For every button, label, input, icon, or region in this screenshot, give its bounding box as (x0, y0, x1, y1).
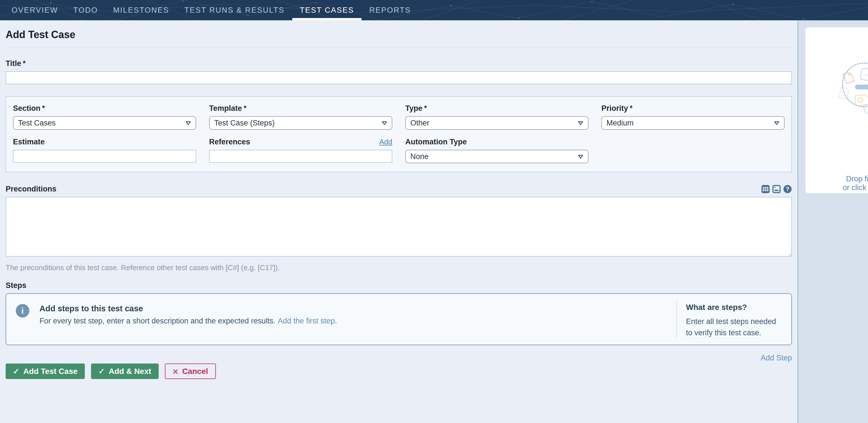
template-field: Template* Test Case (Steps) (209, 104, 392, 130)
chevron-down-icon (381, 121, 387, 125)
chevron-down-icon (578, 154, 583, 159)
references-label: References (209, 138, 250, 146)
chevron-down-icon (578, 121, 583, 125)
code-file-icon: </> (860, 67, 868, 82)
steps-info-body-suffix: . (335, 317, 337, 325)
svg-text:i: i (860, 98, 861, 102)
section-select[interactable]: Test Cases (13, 116, 196, 130)
required-asterisk: * (23, 59, 26, 67)
template-select-value: Test Case (Steps) (214, 119, 275, 127)
gray-file-icon (838, 86, 850, 100)
steps-info-body-text: For every test step, enter a short descr… (39, 317, 275, 325)
check-icon: ✓ (13, 367, 20, 376)
orange-file-icon (841, 70, 856, 85)
estimate-input[interactable] (13, 150, 196, 163)
what-are-steps-title: What are steps? (686, 303, 792, 312)
add-test-case-button[interactable]: ✓ Add Test Case (6, 363, 85, 379)
add-and-next-button-label: Add & Next (109, 367, 151, 376)
tab-reports[interactable]: REPORTS (362, 0, 418, 20)
tab-overview[interactable]: OVERVIEW (4, 0, 66, 20)
add-and-next-button[interactable]: ✓ Add & Next (91, 363, 159, 379)
add-first-step-link[interactable]: Add the first step (278, 317, 335, 325)
title-input[interactable] (6, 71, 792, 84)
file-dropzone[interactable]: </> i Drop fil (805, 27, 868, 193)
table-icon[interactable] (761, 185, 770, 193)
title-label: Title* (6, 59, 26, 68)
cancel-button-label: Cancel (182, 367, 208, 376)
page-title: Add Test Case (6, 29, 792, 40)
dropzone-line2: or click on ' (843, 183, 868, 192)
estimate-field: Estimate (13, 138, 196, 163)
priority-select[interactable]: Medium (601, 116, 784, 130)
type-label: Type* (405, 104, 588, 113)
preconditions-textarea[interactable] (6, 197, 792, 256)
section-field: Section* Test Cases (13, 104, 196, 130)
main-content: Add Test Case Title* Section* Test Cases (0, 20, 798, 423)
automation-type-label: Automation Type (405, 138, 588, 146)
svg-text:?: ? (786, 186, 789, 192)
dropzone-bar (855, 85, 868, 89)
references-input[interactable] (209, 150, 392, 163)
priority-label: Priority* (601, 104, 784, 113)
template-label: Template* (209, 104, 392, 113)
what-are-steps-body: Enter all test steps needed to verify th… (686, 316, 779, 338)
tab-milestones-label: MILESTONES (113, 6, 169, 15)
type-select[interactable]: Other (405, 116, 588, 130)
add-test-case-button-label: Add Test Case (23, 367, 78, 376)
svg-text:</>: </> (864, 72, 868, 79)
image-icon[interactable] (772, 185, 781, 193)
what-are-steps-panel: What are steps? Enter all test steps nee… (676, 300, 792, 338)
page-header: Add Test Case (6, 20, 792, 48)
automation-type-select-value: None (410, 152, 429, 161)
help-icon[interactable]: ? (783, 185, 792, 193)
steps-info-box: i Add steps to this test case For every … (6, 293, 792, 345)
steps-label: Steps (6, 281, 792, 290)
tab-test-cases[interactable]: TEST CASES (292, 0, 362, 20)
required-asterisk: * (630, 104, 633, 112)
preconditions-label: Preconditions (6, 185, 56, 193)
priority-field: Priority* Medium (601, 104, 784, 130)
priority-label-text: Priority (601, 104, 628, 113)
preconditions-help-text: The preconditions of this test case. Ref… (6, 263, 792, 272)
close-icon: × (173, 367, 178, 376)
type-label-text: Type (405, 104, 423, 113)
template-select[interactable]: Test Case (Steps) (209, 116, 392, 130)
tab-test-runs-results[interactable]: TEST RUNS & RESULTS (177, 0, 292, 20)
tab-test-runs-results-label: TEST RUNS & RESULTS (184, 6, 285, 15)
chevron-down-icon (185, 121, 191, 125)
info-icon: i (16, 304, 29, 318)
tab-test-cases-label: TEST CASES (300, 6, 354, 15)
tab-overview-label: OVERVIEW (11, 6, 58, 15)
section-label-text: Section (13, 104, 40, 113)
type-field: Type* Other (405, 104, 588, 130)
steps-info-title: Add steps to this test case (39, 304, 337, 313)
attachments-sidebar: </> i Drop fil (798, 20, 868, 423)
dropzone-text: Drop files he or click on ' (843, 175, 868, 192)
cancel-button[interactable]: × Cancel (165, 363, 216, 379)
tab-milestones[interactable]: MILESTONES (106, 0, 177, 20)
top-navbar: OVERVIEW TODO MILESTONES TEST RUNS & RES… (0, 0, 868, 20)
case-attributes-box: Section* Test Cases Template* Test Case … (6, 96, 792, 172)
chevron-down-icon (774, 121, 779, 125)
automation-type-select[interactable]: None (405, 150, 588, 163)
add-step-link[interactable]: Add Step (761, 354, 792, 362)
required-asterisk: * (244, 104, 247, 112)
references-add-link[interactable]: Add (379, 138, 392, 146)
tab-todo[interactable]: TODO (66, 0, 106, 20)
template-label-text: Template (209, 104, 242, 113)
required-asterisk: * (424, 104, 427, 112)
check-icon: ✓ (98, 367, 105, 376)
section-label: Section* (13, 104, 196, 113)
steps-info-body: For every test step, enter a short descr… (39, 317, 337, 326)
title-label-text: Title (6, 59, 21, 68)
type-select-value: Other (410, 119, 430, 127)
priority-select-value: Medium (607, 119, 633, 127)
required-asterisk: * (42, 104, 45, 112)
automation-type-field: Automation Type None (405, 138, 588, 163)
empty-cell (601, 138, 784, 163)
section-select-value: Test Cases (18, 119, 56, 127)
tab-todo-label: TODO (73, 6, 98, 15)
references-field: References Add (209, 138, 392, 163)
dropzone-line1: Drop files he (846, 175, 868, 183)
editor-toolbar: ? (761, 185, 792, 193)
